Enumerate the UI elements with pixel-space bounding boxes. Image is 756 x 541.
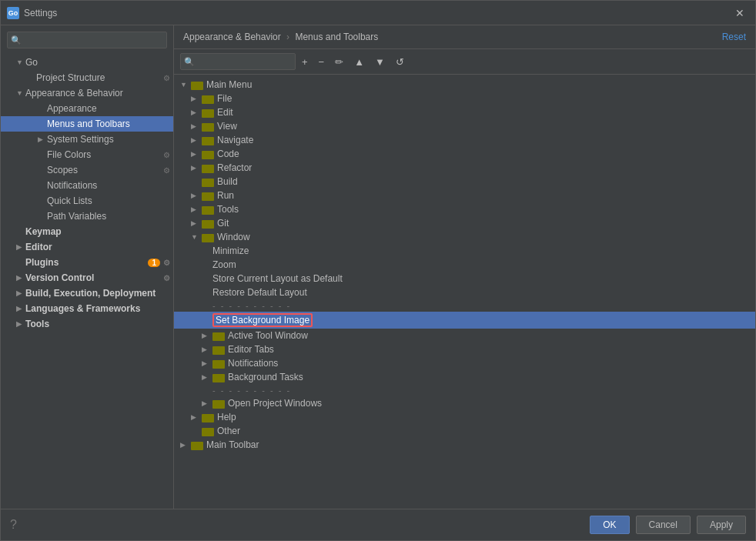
folder-icon — [202, 95, 214, 104]
help-button[interactable]: ? — [10, 518, 17, 532]
folder-icon — [212, 346, 225, 355]
folder-icon — [202, 123, 214, 132]
sidebar-search-input[interactable] — [7, 32, 167, 48]
folder-icon — [191, 82, 203, 90]
sidebar-item-build-execution[interactable]: ▶ Build, Execution, Deployment — [1, 286, 173, 301]
arrow-icon: ▶ — [191, 219, 202, 227]
menu-item-edit[interactable]: ▶ Edit — [174, 105, 755, 119]
toolbar-search-input[interactable] — [180, 53, 296, 70]
folder-icon — [202, 234, 214, 242]
close-button[interactable]: ✕ — [731, 5, 749, 21]
menu-item-git[interactable]: ▶ Git — [174, 216, 755, 230]
menu-item-navigate[interactable]: ▶ Navigate — [174, 133, 755, 147]
config-icon: ⚙ — [163, 259, 170, 267]
menu-item-view[interactable]: ▶ View — [174, 119, 755, 133]
menu-item-restore-layout[interactable]: Restore Default Layout — [174, 286, 755, 299]
menu-item-main-toolbar[interactable]: ▶ Main Toolbar — [174, 438, 755, 452]
window-title: Settings — [24, 8, 731, 18]
restore-button[interactable]: ↺ — [391, 54, 409, 70]
sidebar-item-appearance[interactable]: Appearance — [1, 101, 173, 116]
menu-item-editor-tabs[interactable]: ▶ Editor Tabs — [174, 342, 755, 356]
sidebar-item-version-control[interactable]: ▶ Version Control ⚙ — [1, 270, 173, 286]
menu-item-run[interactable]: ▶ Run — [174, 189, 755, 202]
sidebar-item-go[interactable]: ▼ Go — [1, 55, 173, 70]
plugin-badge: 1 — [148, 259, 160, 267]
folder-icon — [212, 360, 225, 369]
sidebar-item-menus-toolbars[interactable]: Menus and Toolbars — [1, 116, 173, 132]
folder-icon — [202, 165, 214, 173]
help-icon: ? — [10, 518, 17, 531]
arrow-icon: ▶ — [16, 289, 25, 297]
add-button[interactable]: + — [297, 54, 313, 70]
sidebar-item-quick-lists[interactable]: Quick Lists — [1, 193, 173, 209]
menu-item-refactor[interactable]: ▶ Refactor — [174, 161, 755, 175]
sidebar-item-languages-frameworks[interactable]: ▶ Languages & Frameworks — [1, 301, 173, 316]
sidebar-item-plugins[interactable]: Plugins 1 ⚙ — [1, 255, 173, 270]
menu-item-store-layout[interactable]: Store Current Layout as Default — [174, 272, 755, 286]
main-panel: Appearance & Behavior › Menus and Toolba… — [174, 25, 755, 509]
sidebar-item-editor[interactable]: ▶ Editor — [1, 239, 173, 255]
menu-item-help[interactable]: ▶ Help — [174, 410, 755, 424]
breadcrumb-root: Appearance & Behavior — [183, 32, 281, 42]
sidebar: 🔍 ▼ Go Project Structure ⚙ ▼ — [1, 25, 174, 509]
menu-item-build[interactable]: Build — [174, 175, 755, 189]
edit-button[interactable]: ✏ — [330, 54, 348, 70]
menu-item-code[interactable]: ▶ Code — [174, 147, 755, 161]
main-header: Appearance & Behavior › Menus and Toolba… — [174, 25, 755, 49]
arrow-icon: ▶ — [191, 164, 202, 172]
sidebar-item-system-settings[interactable]: ▶ System Settings — [1, 132, 173, 147]
menu-item-open-project-windows[interactable]: ▶ Open Project Windows — [174, 396, 755, 410]
sidebar-item-project-structure[interactable]: Project Structure ⚙ — [1, 70, 173, 85]
arrow-icon: ▶ — [191, 122, 202, 130]
folder-icon — [202, 428, 214, 436]
cancel-button[interactable]: Cancel — [636, 516, 691, 534]
folder-icon — [212, 400, 225, 409]
menu-tree-area: ▼ Main Menu ▶ File ▶ Edit — [174, 75, 755, 509]
folder-icon — [202, 192, 214, 201]
app-icon: Go — [7, 7, 19, 19]
folder-icon — [202, 206, 214, 215]
breadcrumb: Appearance & Behavior › Menus and Toolba… — [183, 32, 378, 42]
menu-item-minimize[interactable]: Minimize — [174, 244, 755, 258]
move-up-button[interactable]: ▲ — [350, 54, 369, 70]
arrow-icon: ▶ — [202, 373, 212, 381]
move-down-button[interactable]: ▼ — [370, 54, 390, 70]
folder-icon — [191, 442, 203, 450]
folder-icon — [212, 374, 225, 382]
menu-item-other[interactable]: Other — [174, 424, 755, 438]
arrow-icon: ▶ — [16, 320, 25, 328]
config-icon: ⚙ — [163, 151, 170, 159]
menu-item-background-tasks[interactable]: ▶ Background Tasks — [174, 370, 755, 384]
menu-item-separator-1: - - - - - - - - - - — [174, 299, 755, 312]
sidebar-item-notifications[interactable]: Notifications — [1, 178, 173, 193]
config-icon: ⚙ — [163, 274, 170, 282]
menu-item-tools[interactable]: ▶ Tools — [174, 202, 755, 216]
menu-item-separator-2: - - - - - - - - - - — [174, 384, 755, 396]
menu-item-main-menu[interactable]: ▼ Main Menu — [174, 78, 755, 92]
folder-icon — [202, 179, 214, 187]
breadcrumb-current: Menus and Toolbars — [295, 32, 378, 42]
menu-item-file[interactable]: ▶ File — [174, 92, 755, 105]
sidebar-item-tools[interactable]: ▶ Tools — [1, 316, 173, 332]
remove-button[interactable]: − — [314, 54, 329, 70]
menu-item-set-background[interactable]: Set Background Image — [174, 312, 755, 329]
folder-icon — [202, 414, 214, 422]
reset-button[interactable]: Reset — [722, 32, 746, 42]
ok-button[interactable]: OK — [590, 516, 629, 534]
menu-item-notifications[interactable]: ▶ Notifications — [174, 356, 755, 370]
menu-item-zoom[interactable]: Zoom — [174, 258, 755, 272]
menu-item-window[interactable]: ▼ Window — [174, 230, 755, 244]
footer-buttons: OK Cancel Apply — [590, 516, 746, 534]
sidebar-item-path-variables[interactable]: Path Variables — [1, 209, 173, 224]
sidebar-item-appearance-behavior[interactable]: ▼ Appearance & Behavior — [1, 85, 173, 101]
menu-item-active-tool-window[interactable]: ▶ Active Tool Window — [174, 329, 755, 342]
toolbar-search-icon: 🔍 — [184, 57, 195, 67]
sidebar-item-scopes[interactable]: Scopes ⚙ — [1, 162, 173, 178]
sidebar-item-file-colors[interactable]: File Colors ⚙ — [1, 147, 173, 162]
arrow-icon: ▶ — [191, 109, 202, 116]
sidebar-item-keymap[interactable]: Keymap — [1, 224, 173, 239]
folder-icon — [202, 220, 214, 229]
arrow-icon: ▶ — [202, 399, 212, 407]
breadcrumb-separator: › — [286, 32, 292, 42]
apply-button[interactable]: Apply — [697, 516, 746, 534]
